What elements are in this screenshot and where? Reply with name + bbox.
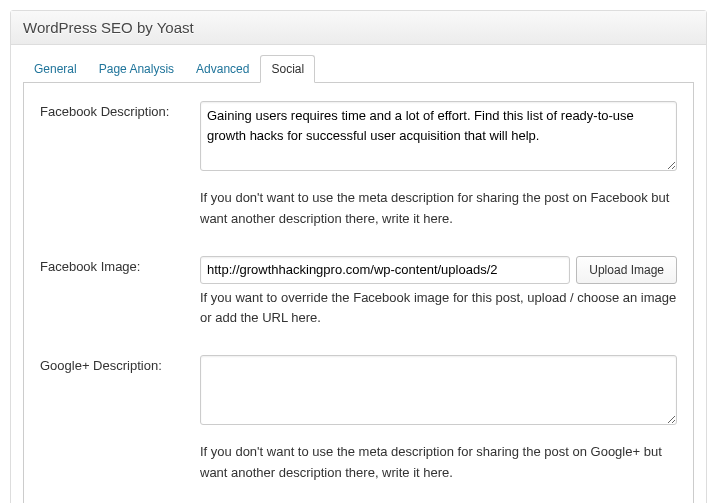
tab-social[interactable]: Social [260, 55, 315, 83]
tab-page-analysis[interactable]: Page Analysis [88, 55, 185, 83]
seo-metabox: WordPress SEO by Yoast General Page Anal… [10, 10, 707, 503]
tab-content-social: Facebook Description: Gaining users requ… [23, 83, 694, 503]
metabox-title: WordPress SEO by Yoast [11, 11, 706, 45]
tab-advanced[interactable]: Advanced [185, 55, 260, 83]
gp-description-help: If you don't want to use the meta descri… [200, 442, 677, 484]
fb-description-label: Facebook Description: [40, 101, 200, 174]
fb-image-url-input[interactable] [200, 256, 570, 284]
gp-description-input[interactable] [200, 355, 677, 425]
gp-description-label: Google+ Description: [40, 355, 200, 428]
metabox-body: General Page Analysis Advanced Social Fa… [11, 45, 706, 503]
tab-bar: General Page Analysis Advanced Social [23, 55, 694, 83]
fb-image-help: If you want to override the Facebook ima… [200, 288, 677, 330]
fb-image-label: Facebook Image: [40, 256, 200, 348]
tab-general[interactable]: General [23, 55, 88, 83]
fb-description-help: If you don't want to use the meta descri… [200, 188, 677, 230]
upload-image-button[interactable]: Upload Image [576, 256, 677, 284]
fb-description-input[interactable]: Gaining users requires time and a lot of… [200, 101, 677, 171]
